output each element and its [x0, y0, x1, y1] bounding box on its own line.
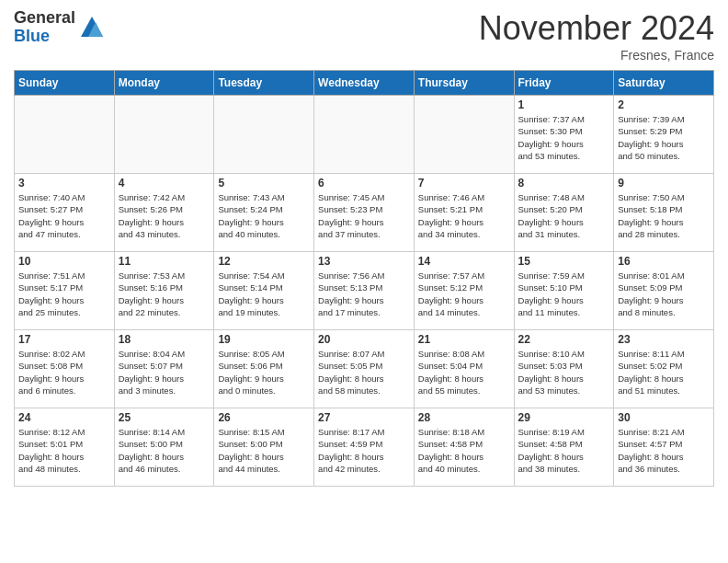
page-container: General Blue November 2024 Fresnes, Fran… [0, 0, 728, 496]
day-info: Sunrise: 8:12 AMSunset: 5:01 PMDaylight:… [18, 426, 110, 475]
day-info: Sunrise: 7:43 AMSunset: 5:24 PMDaylight:… [218, 191, 310, 240]
day-info: Sunrise: 8:04 AMSunset: 5:07 PMDaylight:… [119, 348, 210, 396]
calendar-cell: 10Sunrise: 7:51 AMSunset: 5:17 PMDayligh… [15, 252, 115, 330]
day-info: Sunrise: 8:21 AMSunset: 4:57 PMDaylight:… [618, 426, 710, 475]
day-number: 1 [518, 98, 610, 111]
day-number: 13 [318, 255, 410, 268]
location: Fresnes, France [479, 48, 714, 63]
calendar-cell: 16Sunrise: 8:01 AMSunset: 5:09 PMDayligh… [614, 252, 714, 330]
day-info: Sunrise: 7:53 AMSunset: 5:16 PMDaylight:… [119, 270, 210, 318]
day-number: 4 [119, 177, 210, 190]
day-number: 7 [418, 177, 510, 190]
day-number: 27 [318, 411, 410, 424]
calendar-cell: 7Sunrise: 7:46 AMSunset: 5:21 PMDaylight… [414, 174, 514, 252]
header: General Blue November 2024 Fresnes, Fran… [14, 9, 714, 63]
calendar-cell: 6Sunrise: 7:45 AMSunset: 5:23 PMDaylight… [314, 174, 415, 252]
week-row-2: 3Sunrise: 7:40 AMSunset: 5:27 PMDaylight… [15, 174, 714, 252]
calendar-cell: 14Sunrise: 7:57 AMSunset: 5:12 PMDayligh… [414, 252, 514, 330]
weekday-header-monday: Monday [114, 71, 214, 96]
calendar-cell: 12Sunrise: 7:54 AMSunset: 5:14 PMDayligh… [214, 252, 314, 330]
day-number: 8 [518, 177, 610, 190]
day-info: Sunrise: 7:59 AMSunset: 5:10 PMDaylight:… [518, 270, 610, 318]
day-info: Sunrise: 7:42 AMSunset: 5:26 PMDaylight:… [119, 191, 210, 240]
day-number: 5 [218, 177, 310, 190]
calendar-cell [414, 96, 514, 174]
calendar-cell: 13Sunrise: 7:56 AMSunset: 5:13 PMDayligh… [314, 252, 415, 330]
day-info: Sunrise: 8:07 AMSunset: 5:05 PMDaylight:… [318, 348, 410, 396]
day-number: 20 [318, 333, 410, 346]
day-info: Sunrise: 7:51 AMSunset: 5:17 PMDaylight:… [18, 270, 110, 318]
calendar-cell [314, 96, 415, 174]
day-info: Sunrise: 8:05 AMSunset: 5:06 PMDaylight:… [218, 348, 310, 396]
day-number: 24 [18, 411, 110, 424]
day-number: 9 [618, 177, 710, 190]
weekday-header-tuesday: Tuesday [214, 71, 314, 96]
day-info: Sunrise: 7:57 AMSunset: 5:12 PMDaylight:… [418, 270, 510, 318]
day-number: 25 [119, 411, 210, 424]
day-number: 17 [18, 333, 110, 346]
week-row-1: 1Sunrise: 7:37 AMSunset: 5:30 PMDaylight… [15, 96, 714, 174]
calendar-cell: 11Sunrise: 7:53 AMSunset: 5:16 PMDayligh… [114, 252, 214, 330]
calendar-cell: 24Sunrise: 8:12 AMSunset: 5:01 PMDayligh… [15, 408, 115, 487]
weekday-header-friday: Friday [514, 71, 614, 96]
day-number: 6 [318, 177, 410, 190]
day-info: Sunrise: 8:11 AMSunset: 5:02 PMDaylight:… [618, 348, 710, 396]
day-info: Sunrise: 7:50 AMSunset: 5:18 PMDaylight:… [618, 191, 710, 240]
day-info: Sunrise: 8:19 AMSunset: 4:58 PMDaylight:… [518, 426, 610, 475]
day-number: 28 [418, 411, 510, 424]
day-number: 23 [618, 333, 710, 346]
calendar-cell: 26Sunrise: 8:15 AMSunset: 5:00 PMDayligh… [214, 408, 314, 487]
day-number: 3 [18, 177, 110, 190]
calendar-table: SundayMondayTuesdayWednesdayThursdayFrid… [14, 70, 714, 487]
calendar-cell: 17Sunrise: 8:02 AMSunset: 5:08 PMDayligh… [15, 330, 115, 408]
day-info: Sunrise: 7:48 AMSunset: 5:20 PMDaylight:… [518, 191, 610, 240]
calendar-cell: 4Sunrise: 7:42 AMSunset: 5:26 PMDaylight… [114, 174, 214, 252]
day-info: Sunrise: 8:14 AMSunset: 5:00 PMDaylight:… [119, 426, 210, 475]
day-info: Sunrise: 8:08 AMSunset: 5:04 PMDaylight:… [418, 348, 510, 396]
calendar-cell: 25Sunrise: 8:14 AMSunset: 5:00 PMDayligh… [114, 408, 214, 487]
day-info: Sunrise: 7:45 AMSunset: 5:23 PMDaylight:… [318, 191, 410, 240]
calendar-cell: 5Sunrise: 7:43 AMSunset: 5:24 PMDaylight… [214, 174, 314, 252]
weekday-header-wednesday: Wednesday [314, 71, 415, 96]
day-info: Sunrise: 8:02 AMSunset: 5:08 PMDaylight:… [18, 348, 110, 396]
calendar-cell: 2Sunrise: 7:39 AMSunset: 5:29 PMDaylight… [614, 96, 714, 174]
day-info: Sunrise: 7:40 AMSunset: 5:27 PMDaylight:… [18, 191, 110, 240]
weekday-header-thursday: Thursday [414, 71, 514, 96]
day-number: 16 [618, 255, 710, 268]
day-number: 12 [218, 255, 310, 268]
day-number: 2 [618, 98, 710, 111]
calendar-cell: 15Sunrise: 7:59 AMSunset: 5:10 PMDayligh… [514, 252, 614, 330]
day-number: 21 [418, 333, 510, 346]
weekday-header-saturday: Saturday [614, 71, 714, 96]
day-number: 26 [218, 411, 310, 424]
day-info: Sunrise: 8:01 AMSunset: 5:09 PMDaylight:… [618, 270, 710, 318]
day-number: 11 [119, 255, 210, 268]
logo: General Blue [14, 9, 105, 46]
week-row-4: 17Sunrise: 8:02 AMSunset: 5:08 PMDayligh… [15, 330, 714, 408]
calendar-cell: 1Sunrise: 7:37 AMSunset: 5:30 PMDaylight… [514, 96, 614, 174]
week-row-3: 10Sunrise: 7:51 AMSunset: 5:17 PMDayligh… [15, 252, 714, 330]
day-info: Sunrise: 7:46 AMSunset: 5:21 PMDaylight:… [418, 191, 510, 240]
calendar-cell: 18Sunrise: 8:04 AMSunset: 5:07 PMDayligh… [114, 330, 214, 408]
calendar-cell: 27Sunrise: 8:17 AMSunset: 4:59 PMDayligh… [314, 408, 415, 487]
day-number: 29 [518, 411, 610, 424]
logo-blue: Blue [14, 28, 75, 46]
logo-general: General [14, 9, 75, 28]
day-number: 30 [618, 411, 710, 424]
day-info: Sunrise: 8:15 AMSunset: 5:00 PMDaylight:… [218, 426, 310, 475]
day-info: Sunrise: 7:37 AMSunset: 5:30 PMDaylight:… [518, 113, 610, 162]
day-info: Sunrise: 7:56 AMSunset: 5:13 PMDaylight:… [318, 270, 410, 318]
calendar-cell: 21Sunrise: 8:08 AMSunset: 5:04 PMDayligh… [414, 330, 514, 408]
calendar-cell: 19Sunrise: 8:05 AMSunset: 5:06 PMDayligh… [214, 330, 314, 408]
day-info: Sunrise: 8:17 AMSunset: 4:59 PMDaylight:… [318, 426, 410, 475]
weekday-header-row: SundayMondayTuesdayWednesdayThursdayFrid… [15, 71, 714, 96]
title-block: November 2024 Fresnes, France [479, 9, 714, 63]
day-number: 15 [518, 255, 610, 268]
weekday-header-sunday: Sunday [15, 71, 115, 96]
day-number: 14 [418, 255, 510, 268]
calendar-cell: 23Sunrise: 8:11 AMSunset: 5:02 PMDayligh… [614, 330, 714, 408]
calendar-cell [114, 96, 214, 174]
calendar-cell: 29Sunrise: 8:19 AMSunset: 4:58 PMDayligh… [514, 408, 614, 487]
calendar-cell: 3Sunrise: 7:40 AMSunset: 5:27 PMDaylight… [15, 174, 115, 252]
calendar-cell: 30Sunrise: 8:21 AMSunset: 4:57 PMDayligh… [614, 408, 714, 487]
